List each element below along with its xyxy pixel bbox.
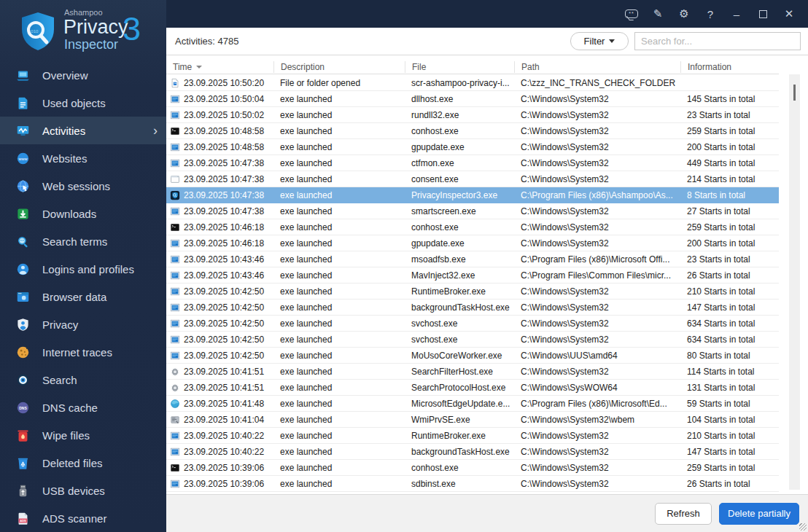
sidebar-item-used-objects[interactable]: Used objects xyxy=(0,89,166,117)
sidebar-item-label: Browser data xyxy=(42,291,158,303)
table-row[interactable]: 23.09.2025 10:48:58 exe launched conhost… xyxy=(166,123,779,139)
sidebar-item-internet-traces[interactable]: Internet traces xyxy=(0,338,166,366)
table-row[interactable]: 23.09.2025 10:40:22 exe launched backgro… xyxy=(166,444,779,460)
help-icon[interactable]: ? xyxy=(697,3,723,25)
sidebar-item-browser-data[interactable]: Browser data xyxy=(0,283,166,310)
cell-description: File or folder opened xyxy=(273,75,405,90)
sidebar-item-search[interactable]: Search xyxy=(0,366,166,394)
table-row[interactable]: 23.09.2025 10:50:20 File or folder opene… xyxy=(166,75,779,91)
sidebar-item-overview[interactable]: Overview xyxy=(0,61,166,89)
cell-path: C:\Program Files (x86)\Microsoft\Ed... xyxy=(514,396,680,411)
table-row[interactable]: 23.09.2025 10:47:38 exe launched ctfmon.… xyxy=(166,155,779,171)
cell-path: C:\Windows\System32 xyxy=(514,283,680,299)
table-row[interactable]: 23.09.2025 10:39:06 exe launched conhost… xyxy=(166,460,779,476)
cell-time: 23.09.2025 10:47:38 xyxy=(184,206,264,216)
cell-file: msoadfsb.exe xyxy=(405,251,514,267)
settings-icon[interactable]: ⚙ xyxy=(671,3,697,25)
scrollbar-thumb[interactable] xyxy=(793,85,796,101)
sidebar-item-privacy[interactable]: Privacy xyxy=(0,310,166,338)
cell-path: C:\Windows\System32 xyxy=(514,123,680,138)
exe-icon xyxy=(170,270,180,281)
cell-time: 23.09.2025 10:47:38 xyxy=(184,158,264,168)
cell-information: 214 Starts in total xyxy=(680,171,779,187)
table-row[interactable]: 23.09.2025 10:42:50 exe launched backgro… xyxy=(166,300,779,316)
exe-icon xyxy=(170,158,180,168)
table-row[interactable]: 23.09.2025 10:39:06 exe launched sdbinst… xyxy=(166,476,779,492)
table-row[interactable]: 23.09.2025 10:41:51 exe launched SearchF… xyxy=(166,364,779,380)
table-row[interactable]: 23.09.2025 10:42:50 exe launched svchost… xyxy=(166,316,779,332)
table-row[interactable]: 23.09.2025 10:47:38 exe launched consent… xyxy=(166,171,779,187)
column-header-path[interactable]: Path xyxy=(514,61,680,73)
cell-information: 634 Starts in total xyxy=(680,332,779,347)
privacy-shield-icon xyxy=(16,318,30,332)
refresh-button[interactable]: Refresh xyxy=(655,503,712,525)
cell-description: exe launched xyxy=(273,316,405,331)
table-row[interactable]: 23.09.2025 10:47:38 exe launched Privacy… xyxy=(166,187,779,203)
exe-icon xyxy=(170,142,180,152)
table-row[interactable]: 23.09.2025 10:42:50 exe launched svchost… xyxy=(166,332,779,348)
sidebar-item-logins-and-profiles[interactable]: Logins and profiles xyxy=(0,255,166,283)
cell-path: C:\Windows\System32 xyxy=(514,155,680,171)
cell-file: SearchProtocolHost.exe xyxy=(405,380,514,395)
table-row[interactable]: 23.09.2025 10:42:50 exe launched Runtime… xyxy=(166,283,779,300)
cell-file: MavInject32.exe xyxy=(405,267,514,283)
sidebar-item-usb-devices[interactable]: USB devices xyxy=(0,477,166,504)
sidebar-item-label: Web sessions xyxy=(42,180,158,192)
column-header-description[interactable]: Description xyxy=(273,61,405,73)
sidebar-item-web-sessions[interactable]: Web sessions xyxy=(0,172,166,200)
sidebar-item-ads-scanner[interactable]: ADS scanner xyxy=(0,504,166,532)
cell-information: 200 Starts in total xyxy=(680,235,779,251)
column-header-time[interactable]: Time xyxy=(166,61,273,73)
table-row[interactable]: 23.09.2025 10:46:18 exe launched conhost… xyxy=(166,219,779,235)
delete-partially-button[interactable]: Delete partially xyxy=(719,503,799,525)
cell-time: 23.09.2025 10:43:46 xyxy=(184,254,264,265)
sidebar-item-search-terms[interactable]: Search terms xyxy=(0,227,166,255)
sidebar-item-deleted-files[interactable]: Deleted files xyxy=(0,449,166,477)
exe-icon xyxy=(170,335,180,345)
activity-icon xyxy=(16,124,30,138)
sidebar-item-dns-cache[interactable]: DNS cache xyxy=(0,394,166,421)
cell-description: exe launched xyxy=(273,396,405,411)
notes-icon[interactable]: ✎ xyxy=(645,3,671,25)
close-icon[interactable]: ✕ xyxy=(776,3,802,25)
exe-icon xyxy=(170,351,180,361)
sidebar-item-activities[interactable]: Activities › xyxy=(0,117,166,144)
sidebar-item-label: Overview xyxy=(42,69,158,82)
filter-button[interactable]: Filter xyxy=(570,32,629,50)
cell-information: 80 Starts in total xyxy=(680,348,779,363)
table-row[interactable]: 23.09.2025 10:50:02 exe launched rundll3… xyxy=(166,107,779,123)
table-row[interactable]: 23.09.2025 10:41:04 exe launched WmiPrvS… xyxy=(166,412,779,428)
table-row[interactable]: 23.09.2025 10:50:04 exe launched dllhost… xyxy=(166,91,779,107)
table-row[interactable]: 23.09.2025 10:41:51 exe launched SearchP… xyxy=(166,380,779,396)
table-row[interactable]: 23.09.2025 10:43:46 exe launched msoadfs… xyxy=(166,251,779,267)
table-row[interactable]: 23.09.2025 10:42:50 exe launched MoUsoCo… xyxy=(166,348,779,364)
table-row[interactable]: 23.09.2025 10:40:22 exe launched Runtime… xyxy=(166,428,779,444)
cell-file: consent.exe xyxy=(405,171,514,187)
cell-time: 23.09.2025 10:42:50 xyxy=(184,335,264,345)
table-row[interactable]: 23.09.2025 10:43:46 exe launched MavInje… xyxy=(166,267,779,283)
sidebar-item-label: Search xyxy=(42,374,158,386)
table-row[interactable]: 23.09.2025 10:47:38 exe launched smartsc… xyxy=(166,203,779,219)
maximize-icon[interactable] xyxy=(750,3,776,25)
table-row[interactable]: 23.09.2025 10:48:58 exe launched gpupdat… xyxy=(166,139,779,155)
table-row[interactable]: 23.09.2025 10:46:18 exe launched gpupdat… xyxy=(166,235,779,251)
table-row[interactable]: 23.09.2025 10:41:48 exe launched Microso… xyxy=(166,396,779,412)
sidebar-item-downloads[interactable]: Downloads xyxy=(0,200,166,227)
cell-file: MicrosoftEdgeUpdate.e... xyxy=(405,396,514,411)
resize-grip-icon[interactable] xyxy=(799,523,807,531)
activities-count: Activities: 4785 xyxy=(175,36,238,47)
sidebar-item-label: Deleted files xyxy=(42,457,158,469)
sidebar-item-label: Used objects xyxy=(42,97,158,109)
cell-description: exe launched xyxy=(273,267,405,283)
cell-information: 259 Starts in total xyxy=(680,219,779,235)
sidebar-item-websites[interactable]: Websites xyxy=(0,144,166,172)
column-header-file[interactable]: File xyxy=(405,61,514,73)
www-icon xyxy=(16,152,30,165)
cell-time: 23.09.2025 10:48:58 xyxy=(184,126,264,136)
sidebar-item-wipe-files[interactable]: Wipe files xyxy=(0,421,166,449)
feedback-icon[interactable]: ** xyxy=(618,3,645,25)
search-input[interactable] xyxy=(634,32,801,50)
minimize-icon[interactable]: – xyxy=(723,3,750,25)
vertical-scrollbar[interactable] xyxy=(789,74,800,490)
column-header-information[interactable]: Information xyxy=(680,61,779,73)
